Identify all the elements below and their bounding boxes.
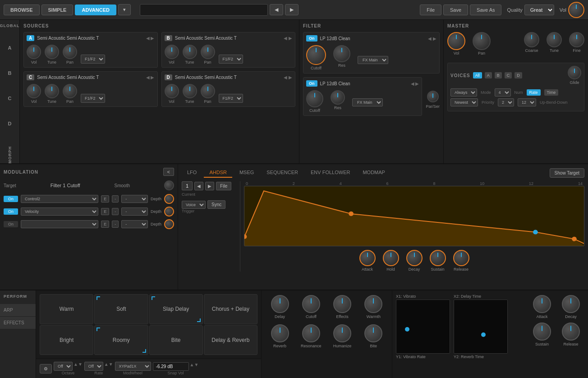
tab-mseg[interactable]: MSEG [234, 168, 259, 178]
sidebar-letter-b[interactable]: B [0, 60, 19, 86]
source-a-tune-knob[interactable] [45, 45, 59, 59]
env-attack-knob[interactable] [359, 250, 376, 266]
filter-1-cutoff-knob[interactable] [306, 45, 326, 65]
perf-humanize-knob[interactable] [333, 324, 351, 342]
env-hold-knob[interactable] [383, 250, 399, 266]
perform-cell-bright[interactable]: Bright [40, 325, 93, 355]
voices-all-btn[interactable]: All [473, 72, 482, 78]
quality-select[interactable]: Great [524, 5, 554, 15]
perf-cutoff-knob[interactable] [302, 295, 320, 313]
file-button[interactable]: File [420, 5, 441, 15]
voices-bend2-select[interactable]: 12 [518, 98, 536, 106]
perform-cell-roomy[interactable]: Roomy [94, 325, 148, 355]
source-nav-b[interactable]: ◀ ▶ [284, 36, 292, 41]
source-c-f1f2-select[interactable]: F1/F2 [81, 94, 105, 103]
perf-reverb-knob[interactable] [271, 324, 289, 342]
preset-prev-button[interactable]: ◀ [270, 4, 283, 15]
voices-d-btn[interactable]: D [514, 72, 522, 78]
lfo-voice-select[interactable]: Voice [182, 201, 206, 209]
source-a-vol-knob[interactable] [27, 45, 41, 59]
vol-knob[interactable] [568, 2, 584, 18]
filter-1-on-btn[interactable]: On [306, 35, 317, 41]
source-a-f1f2-select[interactable]: F1/F2 [81, 55, 105, 64]
preset-dropdown-button[interactable]: ▾ [118, 4, 131, 15]
lfo-next-btn[interactable]: ▶ [205, 182, 214, 190]
octave-select[interactable]: Off [54, 362, 73, 371]
source-d-f1f2-select[interactable]: F1/F2 [219, 94, 243, 103]
source-d-vol-knob[interactable] [165, 84, 179, 98]
mod-2-on-btn[interactable]: On [4, 208, 18, 215]
save-button[interactable]: Save [443, 5, 468, 15]
snap-vol-input[interactable] [153, 362, 189, 371]
perf-delay-knob[interactable] [271, 295, 289, 313]
browse-button[interactable]: BROWSE [4, 5, 40, 15]
master-pan-knob[interactable] [473, 32, 491, 50]
filter-1-nav[interactable]: ◀ ▶ [428, 36, 436, 41]
filter-2-nav[interactable]: ◀ ▶ [411, 81, 419, 86]
right-decay-knob[interactable] [562, 295, 580, 313]
mod-3-target-select[interactable]: - [121, 220, 148, 228]
voices-num-select[interactable]: 4 [495, 88, 511, 97]
env-decay-knob[interactable] [406, 250, 423, 266]
advanced-button[interactable]: ADVANCED [75, 5, 116, 15]
perf-bite-knob[interactable] [364, 324, 382, 342]
parser-knob[interactable] [427, 91, 439, 102]
glide-knob[interactable] [568, 66, 581, 79]
show-target-btn[interactable]: Show Target [550, 168, 584, 178]
master-fine-knob[interactable] [569, 32, 584, 47]
tab-ahdsr[interactable]: AHDSR [204, 168, 232, 178]
perform-cell-delay-reverb[interactable]: Delay & Reverb [204, 325, 257, 355]
perform-cell-warm[interactable]: Warm [40, 294, 93, 324]
source-nav-c[interactable]: ◀ ▶ [146, 75, 155, 80]
perf-warmth-knob[interactable] [364, 295, 382, 313]
tab-modmap[interactable]: MODMAP [357, 168, 390, 178]
sidebar-letter-c[interactable]: C [0, 86, 19, 111]
source-d-tune-knob[interactable] [183, 84, 197, 98]
voices-priority-select[interactable]: Newest [450, 98, 478, 106]
snap-vol-stepper[interactable]: ▲▼ [190, 362, 199, 371]
env-release-knob[interactable] [453, 250, 469, 266]
sidebar-letter-a[interactable]: A [0, 35, 19, 60]
xy-pad-1[interactable] [396, 300, 450, 354]
mod-1-on-btn[interactable]: On [4, 196, 18, 202]
right-release-knob[interactable] [562, 323, 580, 341]
voices-bend1-select[interactable]: 2 [498, 98, 514, 106]
filter-2-on-btn[interactable]: On [306, 80, 317, 87]
mod-1-dash-btn[interactable]: - [112, 195, 119, 203]
source-nav-d[interactable]: ◀ ▶ [284, 75, 292, 80]
mod-1-depth-knob[interactable] [164, 194, 174, 204]
perform-cell-slap-delay[interactable]: Slap Delay [149, 294, 203, 324]
tab-sequencer[interactable]: SEQUENCER [261, 168, 303, 178]
preset-next-button[interactable]: ▶ [285, 4, 299, 15]
perform-cell-bite[interactable]: Bite [149, 325, 203, 355]
filter-1-fx-select[interactable]: FX Main [358, 56, 388, 64]
source-b-tune-knob[interactable] [183, 45, 197, 59]
right-attack-knob[interactable] [533, 295, 551, 313]
rate-select[interactable]: Off [84, 362, 103, 371]
lfo-sync-btn[interactable]: Sync [207, 200, 225, 209]
filter-1-res-knob[interactable] [333, 45, 350, 62]
voices-c-btn[interactable]: C [505, 72, 512, 78]
lfo-prev-btn[interactable]: ◀ [194, 182, 203, 190]
voices-b-btn[interactable]: B [495, 72, 502, 78]
mod-smooth-knob[interactable] [164, 180, 174, 190]
mod-2-depth-knob[interactable] [164, 207, 174, 217]
source-d-pan-knob[interactable] [201, 84, 215, 98]
save-as-button[interactable]: Save As [470, 5, 501, 15]
mod-3-source-select[interactable] [21, 220, 98, 228]
rate-btn[interactable]: Rate [527, 89, 541, 96]
perf-effects-knob[interactable] [333, 295, 351, 313]
mod-2-target-select[interactable]: - [121, 207, 148, 216]
voices-a-btn[interactable]: A [485, 72, 492, 78]
mod-2-dash-btn[interactable]: - [112, 208, 119, 215]
filter-2-fx-select[interactable]: FX Main [352, 98, 383, 106]
mod-2-source-select[interactable]: Velocity [21, 207, 98, 216]
mod-1-e-btn[interactable]: E [101, 195, 109, 203]
octave-stepper[interactable]: ▲▼ [74, 362, 83, 371]
mod-3-dash-btn[interactable]: - [112, 221, 119, 228]
perform-cell-chorus-delay[interactable]: Chorus + Delay [204, 294, 257, 324]
env-sustain-knob[interactable] [430, 250, 446, 266]
mod-3-e-btn[interactable]: E [101, 221, 109, 228]
master-tune-knob[interactable] [547, 32, 562, 47]
arp-sidebar-btn[interactable]: ARP [0, 304, 36, 317]
